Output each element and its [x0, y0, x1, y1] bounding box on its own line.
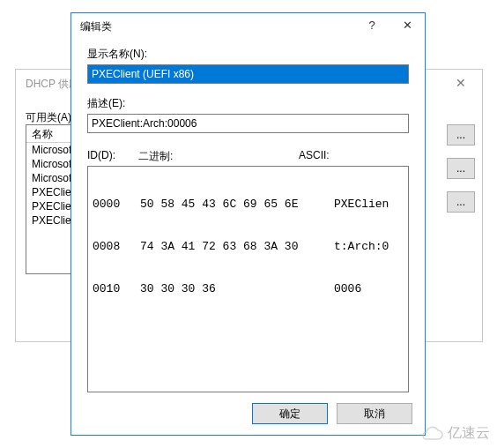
available-classes-label: 可用类(A): — [26, 110, 74, 125]
hex-bytes: 74 3A 41 72 63 68 3A 30 — [140, 240, 334, 254]
close-icon[interactable]: ✕ — [389, 13, 425, 38]
dialog-button-bar: 确定 取消 — [71, 392, 425, 435]
hex-offset: 0010 — [93, 282, 140, 296]
id-column-label: ID(D): — [87, 149, 138, 164]
cancel-button[interactable]: 取消 — [337, 403, 412, 424]
hex-bytes: 30 30 30 36 — [140, 282, 334, 296]
display-name-input[interactable] — [87, 64, 409, 84]
hex-row: 000050 58 45 43 6C 69 65 6EPXEClien — [93, 198, 404, 212]
ok-button[interactable]: 确定 — [252, 403, 328, 424]
hex-row: 001030 30 30 360006 — [93, 282, 404, 296]
help-icon[interactable]: ? — [354, 13, 389, 38]
watermark: 亿速云 — [419, 424, 490, 443]
side-button-2[interactable]: ... — [447, 158, 475, 179]
hex-bytes: 50 58 45 43 6C 69 65 6E — [140, 198, 334, 212]
hex-editor[interactable]: 000050 58 45 43 6C 69 65 6EPXEClien 0008… — [87, 166, 409, 392]
description-label: 描述(E): — [87, 96, 409, 111]
display-name-label: 显示名称(N): — [87, 47, 409, 62]
watermark-text: 亿速云 — [448, 424, 490, 443]
side-button-1[interactable]: ... — [447, 124, 475, 146]
side-button-3[interactable]: ... — [447, 191, 475, 213]
hex-offset: 0008 — [93, 240, 140, 254]
hex-ascii: t:Arch:0 — [334, 240, 389, 254]
description-input[interactable] — [87, 114, 409, 133]
hex-row: 000874 3A 41 72 63 68 3A 30t:Arch:0 — [93, 240, 404, 254]
edit-class-dialog: 编辑类 ? ✕ 显示名称(N): 描述(E): ID(D): 二进制: ASCI… — [70, 12, 426, 436]
binary-column-label: 二进制: — [138, 149, 299, 164]
hex-ascii: 0006 — [334, 282, 361, 296]
hex-offset: 0000 — [93, 198, 140, 212]
dialog-title: 编辑类 — [80, 19, 112, 34]
ascii-column-label: ASCII: — [299, 149, 409, 164]
titlebar: 编辑类 ? ✕ — [71, 13, 425, 40]
hex-ascii: PXEClien — [334, 198, 389, 212]
hex-column-headers: ID(D): 二进制: ASCII: — [87, 149, 409, 164]
dialog-body: 显示名称(N): 描述(E): ID(D): 二进制: ASCII: 00005… — [71, 40, 425, 392]
parent-dialog-close-icon[interactable]: ✕ — [441, 71, 480, 94]
